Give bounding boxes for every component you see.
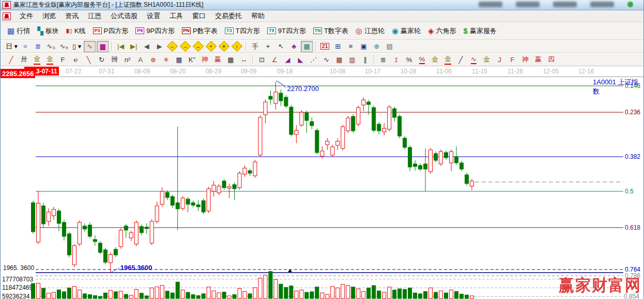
draw-fan-box-button[interactable]: ◢ <box>282 54 294 65</box>
tool-globe-net-button[interactable]: ⊕ <box>371 41 382 52</box>
draw-grid-a-button[interactable]: ▦ <box>333 54 345 65</box>
menu-item-文件[interactable]: 文件 <box>15 10 38 22</box>
draw-arrow-span-button[interactable]: ↔ <box>238 54 250 65</box>
menu-item-帮助[interactable]: 帮助 <box>247 10 269 22</box>
draw-shen-slash-button[interactable]: 神 <box>519 54 531 65</box>
tool-diamond-right-button[interactable]: → <box>179 41 191 52</box>
tool-colored-bars-button[interactable]: ▆ <box>97 41 109 52</box>
draw-percent-lines-button[interactable]: % <box>416 54 428 65</box>
draw-target-red-button[interactable]: ⊕ <box>147 54 159 65</box>
draw-n-squared-button[interactable]: n² <box>121 54 133 65</box>
draw-bars-scale-button[interactable]: ≣ <box>377 54 389 65</box>
draw-grid-123-button[interactable]: ▦ <box>225 54 237 65</box>
toolbar-item-P四方形[interactable]: P3P四方形 <box>89 25 132 37</box>
draw-fan-box-2-button[interactable]: ◣ <box>295 54 306 65</box>
draw-k-quote-button[interactable]: K" <box>186 54 198 65</box>
tool-tree-purple-button[interactable]: ♣ <box>288 41 300 52</box>
draw-gann-fan-button[interactable]: ∠ <box>269 54 281 65</box>
tool-diamond-center-button[interactable]: • <box>205 41 217 52</box>
draw-f-ruler-button[interactable]: F <box>57 54 69 65</box>
tool-save-floppy-button[interactable]: ▣ <box>358 41 370 52</box>
draw-zigzag-button[interactable]: ∿ <box>320 54 332 65</box>
tool-diamond-left-button[interactable]: ← <box>166 41 178 52</box>
draw-starburst-button[interactable]: ✳ <box>160 54 172 65</box>
draw-gold-slash-button[interactable]: 金 <box>481 54 493 65</box>
menu-item-公式选股[interactable]: 公式选股 <box>106 10 142 22</box>
draw-f-line-button[interactable]: F <box>507 54 518 65</box>
draw-wave-lines-button[interactable]: ∿ <box>468 54 480 65</box>
menu-item-设置[interactable]: 设置 <box>142 10 165 22</box>
tool-maze-teal-button[interactable]: ▩ <box>301 41 313 52</box>
draw-percent-button[interactable]: % <box>403 54 415 65</box>
tool-wave-blue-button[interactable]: ≈ <box>19 41 31 52</box>
toolbar-item-江恩轮[interactable]: ◎江恩轮 <box>352 25 388 37</box>
tool-calculator-button[interactable]: ⊞ <box>332 41 344 52</box>
tool-nav-first-button[interactable]: |◀ <box>115 41 127 52</box>
tool-zoom-pointer-button[interactable]: ↖ <box>275 41 287 52</box>
candle-body <box>222 181 226 188</box>
volume-bar <box>103 293 107 298</box>
draw-j-line-button[interactable]: J <box>494 54 505 65</box>
date-tick-10-28: 10-28 <box>401 68 417 75</box>
draw-pen-vertical-button[interactable]: ╱ <box>455 54 467 65</box>
draw-gold-lines-button[interactable]: 金 <box>442 54 454 65</box>
tool-nav-last-button[interactable]: ▶| <box>128 41 140 52</box>
toolbar-item-行情[interactable]: ▦行情 <box>4 25 34 37</box>
menu-item-资讯[interactable]: 资讯 <box>60 10 83 22</box>
draw-gold-ruler-button[interactable]: 金 <box>31 54 43 65</box>
draw-pen-button[interactable]: ╱ <box>5 54 17 65</box>
draw-grid-b-button[interactable]: ▥ <box>346 54 358 65</box>
toolbar-item-板块[interactable]: ▚板块 <box>34 25 63 37</box>
toolbar-item-赢家轮[interactable]: ◉赢家轮 <box>388 25 424 37</box>
tool-nav-prev-button[interactable]: ◀ <box>141 41 152 52</box>
tool-notepad-button[interactable]: ≡ <box>345 41 357 52</box>
draw-circle-arrow-button[interactable]: ↻ <box>96 54 108 65</box>
draw-trend-lines-button[interactable]: ⋰ <box>308 54 319 65</box>
draw-gold-ruler-2-button[interactable]: 金 <box>44 54 56 65</box>
toolbar-item-K线[interactable]: ▮▯K线 <box>63 25 89 37</box>
tool-nav-next-button[interactable]: ▶ <box>154 41 165 52</box>
draw-gold-circle-button[interactable]: 金 <box>429 54 441 65</box>
draw-grid-target-button[interactable]: ▦ <box>173 54 185 65</box>
tool-hand-button[interactable]: 手 <box>249 41 261 52</box>
draw-ruler-2-button[interactable]: 卌 <box>109 54 120 65</box>
menu-item-江恩[interactable]: 江恩 <box>83 10 106 22</box>
tool-pc-terminal-button[interactable]: ▤ <box>384 41 395 52</box>
draw-pen-ruler-button[interactable]: ╲ <box>83 54 95 65</box>
tool-diamond-v-button[interactable]: ↕ <box>231 41 243 52</box>
tool-period-day-button[interactable]: 日 ▾ <box>5 41 18 52</box>
toolbar-item-六角形[interactable]: ◈六角形 <box>424 25 460 37</box>
tool-candle-dropdown-button[interactable]: ▯ ▾ <box>71 41 83 52</box>
tool-diamond-h-button[interactable]: ↔ <box>192 41 204 52</box>
menu-item-浏览[interactable]: 浏览 <box>38 10 60 22</box>
volume-bar <box>346 286 350 298</box>
tool-calendar-21-button[interactable]: 21 <box>319 41 331 52</box>
toolbar-item-T数字表[interactable]: TNT数字表 <box>310 25 352 37</box>
toolbar-item-9T四方形[interactable]: T99T四方形 <box>264 25 310 37</box>
tool-crosshair-button[interactable]: + <box>262 41 274 52</box>
menu-item-交易委托[interactable]: 交易委托 <box>210 10 247 22</box>
draw-spiral-button[interactable]: ℮ <box>70 54 82 65</box>
tool-wave-red-button[interactable]: ∿ <box>84 41 96 52</box>
toolbar-item-label: 赢家轮 <box>401 26 421 36</box>
menu-item-工具[interactable]: 工具 <box>165 10 188 22</box>
tool-diamond-plus-button[interactable]: + <box>218 41 230 52</box>
toolbar-item-T四方形[interactable]: T3T四方形 <box>221 25 264 37</box>
toolbar-item-赢家服务[interactable]: $赢家服务 <box>460 25 500 37</box>
draw-ying-ruler-button[interactable]: 赢 <box>212 54 224 65</box>
toolbar-item-P数字表[interactable]: PNP数字表 <box>178 25 221 37</box>
tool-doc-blue-button[interactable]: ≣ <box>32 41 44 52</box>
toolbar-item-9P四方形[interactable]: P99P四方形 <box>132 25 178 37</box>
draw-percent-line-button[interactable]: ⁒ <box>390 54 402 65</box>
tool-chart-3-button[interactable]: ∿₃ <box>45 41 57 52</box>
menu-item-窗口[interactable]: 窗口 <box>188 10 210 22</box>
draw-parallel-button[interactable]: ∥ <box>359 54 371 65</box>
draw-si-slash-button[interactable]: 四 <box>545 54 557 65</box>
draw-ying-slash-button[interactable]: 赢 <box>532 54 544 65</box>
date-tick-11-26: 11-26 <box>508 68 523 75</box>
tool-chart-9-button[interactable]: ∿₉ <box>58 41 70 52</box>
draw-ruler-button[interactable]: 卅 <box>18 54 30 65</box>
draw-a-mirror-button[interactable]: A <box>134 54 146 65</box>
draw-box-handles-button[interactable]: ⊡ <box>256 54 268 65</box>
draw-shen-ruler-button[interactable]: 神 <box>199 54 211 65</box>
